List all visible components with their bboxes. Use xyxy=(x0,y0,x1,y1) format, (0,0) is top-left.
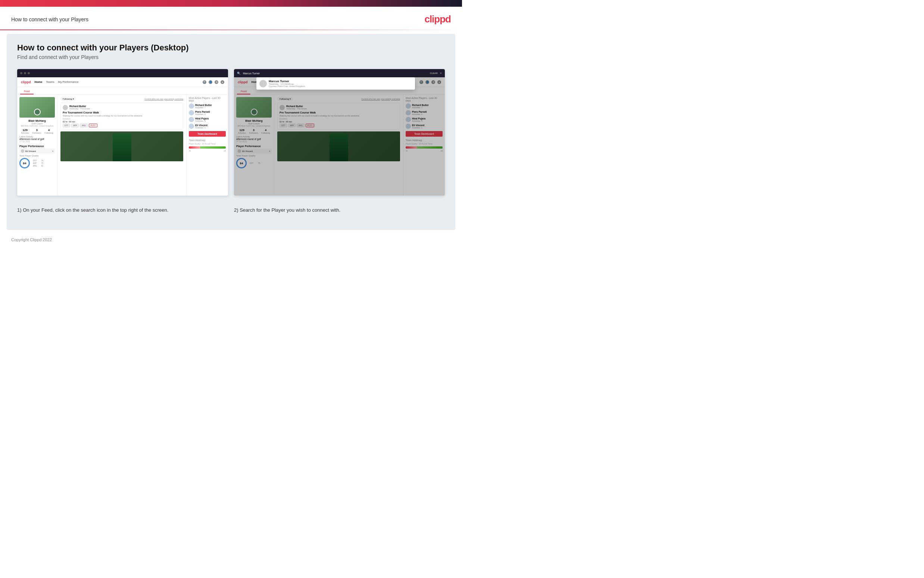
search-dropdown: Marcus Turner Yesterday · 1-5 Handicap C… xyxy=(256,77,415,89)
settings-icon[interactable]: ⚙ xyxy=(215,80,218,84)
player-info-2: Piers Parnell Activities: 4 xyxy=(195,110,210,115)
player-name-3: Hiral Pujara xyxy=(195,117,209,120)
heatmap-pos-bar xyxy=(200,146,226,149)
search-result-item[interactable]: Marcus Turner Yesterday · 1-5 Handicap C… xyxy=(259,80,412,88)
search-result-name: Marcus Turner xyxy=(269,80,305,83)
following-button[interactable]: Following ▾ xyxy=(60,97,76,101)
main-heading: How to connect with your Players (Deskto… xyxy=(17,43,445,53)
activities-value: 129 xyxy=(21,128,29,132)
activity-image xyxy=(60,132,183,161)
bar-arg: ARG 61 xyxy=(33,165,43,167)
quality-display: 84 OTT 79 APP xyxy=(19,158,55,169)
activity-tags: OTT APP ARG PUTT xyxy=(63,123,181,127)
copyright-text: Copyright Clippd 2022 xyxy=(11,237,52,242)
step-1-desc: 1) On your Feed, click on the search ico… xyxy=(17,207,228,214)
app-logo-1: clippd xyxy=(21,80,31,84)
avatar-icon[interactable]: ● xyxy=(220,80,224,84)
activity-user-meta: Yesterday - The Grove xyxy=(70,107,90,110)
activity-card: Richard Butler Yesterday - The Grove Pre… xyxy=(60,103,183,130)
player-performance-section: Player Performance Eli Vincent ▾ Total P… xyxy=(19,145,55,169)
main-content: How to connect with your Players (Deskto… xyxy=(7,34,455,230)
page-title: How to connect with your Players xyxy=(11,16,89,23)
player-acts-1: Activities: 7 xyxy=(195,106,212,109)
activities-label: Activities xyxy=(21,132,29,134)
latest-activity: Latest Activity Afternoon round of golf … xyxy=(19,136,55,143)
activity-header: Richard Butler Yesterday - The Grove xyxy=(63,105,181,110)
team-dashboard-button[interactable]: Team Dashboard xyxy=(189,131,226,136)
following-row: Following ▾ Control who can see your act… xyxy=(60,97,183,101)
top-bar xyxy=(0,0,462,7)
step-descriptions: 1) On your Feed, click on the search ico… xyxy=(17,203,445,214)
screenshot-2: 🔍 Marcus Turner CLEAR × Marcus Turner Ye… xyxy=(234,69,445,196)
player-name-1: Richard Butler xyxy=(195,104,212,106)
app-content-1: Blair McHarg Golf Coach Mill Ride Golf C… xyxy=(17,95,228,196)
logo: clippd xyxy=(424,13,451,25)
nav-home[interactable]: Home xyxy=(35,80,42,84)
search-magnifier-icon: 🔍 xyxy=(237,72,241,75)
close-button[interactable]: × xyxy=(440,71,442,75)
player-item-4: Eli Vincent Activities: 1 xyxy=(189,123,226,129)
left-panel-1: Blair McHarg Golf Coach Mill Ride Golf C… xyxy=(17,95,57,196)
header-divider xyxy=(0,29,462,30)
team-heatmap-title: Team Heatmap xyxy=(189,139,226,141)
screenshots-row: clippd Home Teams My Performance 🔍 👤 ⚙ ●… xyxy=(17,69,445,196)
player-performance-title: Player Performance xyxy=(19,145,55,148)
player-acts-2: Activities: 4 xyxy=(195,113,210,115)
clear-button[interactable]: CLEAR xyxy=(430,72,438,74)
latest-activity-date: 27 Jul 2022 xyxy=(19,140,55,143)
chevron-down-icon: ▾ xyxy=(52,150,53,153)
duration-label: Duration xyxy=(63,118,71,120)
profile-stats: 129 Activities 3 Followers 4 Following xyxy=(19,128,55,134)
activity-user-info: Richard Butler Yesterday - The Grove xyxy=(70,105,90,110)
player-info-4: Eli Vincent Activities: 1 xyxy=(195,124,207,129)
screenshot-1: clippd Home Teams My Performance 🔍 👤 ⚙ ●… xyxy=(17,69,228,196)
step-1-desc-container: 1) On your Feed, click on the search ico… xyxy=(17,203,228,214)
quality-score: 84 xyxy=(19,158,30,169)
search-result-info: Marcus Turner Yesterday · 1-5 Handicap C… xyxy=(269,80,305,88)
following-value: 4 xyxy=(44,128,53,132)
player-name-2: Piers Parnell xyxy=(195,110,210,113)
right-panel-1: Most Active Players - Last 30 days Richa… xyxy=(186,95,228,196)
stat-activities: 129 Activities xyxy=(21,128,29,134)
browser-dot-2 xyxy=(24,72,26,74)
following-label: Following xyxy=(44,132,53,134)
player-select[interactable]: Eli Vincent ▾ xyxy=(19,149,55,153)
activity-user-avatar xyxy=(63,105,68,110)
activity-desc: Walking the course with my coach to buil… xyxy=(63,115,181,117)
search-bar-container: 🔍 Marcus Turner CLEAR × xyxy=(234,69,445,77)
quality-bars: OTT 79 APP 70 xyxy=(33,159,43,167)
step-2-desc-container: 2) Search for the Player you wish to con… xyxy=(234,203,445,214)
activity-duration-value-row: 02 hr : 00 min xyxy=(63,120,181,123)
tag-putt: PUTT xyxy=(89,123,97,127)
player-name-4: Eli Vincent xyxy=(195,124,207,127)
step-2-desc: 2) Search for the Player you wish to con… xyxy=(234,207,445,214)
player-acts-3: Activities: 3 xyxy=(195,120,209,122)
nav-teams[interactable]: Teams xyxy=(46,80,54,84)
tab-feed[interactable]: Feed xyxy=(20,89,34,94)
browser-dot-3 xyxy=(28,72,30,74)
player-select-avatar xyxy=(21,149,24,153)
team-heatmap-subtitle: Player Quality - 20 Round Trend xyxy=(189,143,226,145)
browser-bar-1 xyxy=(17,69,228,77)
player-item-3: Hiral Pujara Activities: 3 xyxy=(189,117,226,122)
search-icon[interactable]: 🔍 xyxy=(202,80,206,84)
heatmap-left-label: -5 xyxy=(189,150,190,152)
activity-person xyxy=(113,133,131,161)
tab-bar-1: Feed xyxy=(17,87,228,95)
search-input[interactable]: Marcus Turner xyxy=(243,72,428,75)
heatmap-bar xyxy=(189,146,226,149)
main-subheading: Find and connect with your Players xyxy=(17,54,445,60)
active-players-title: Most Active Players - Last 30 days xyxy=(189,97,226,102)
app-nav-1: clippd Home Teams My Performance 🔍 👤 ⚙ ● xyxy=(17,77,228,87)
total-quality-label: Total Player Quality xyxy=(19,154,55,157)
player-info-3: Hiral Pujara Activities: 3 xyxy=(195,117,209,122)
nav-icons: 🔍 👤 ⚙ ● xyxy=(202,80,224,84)
followers-label: Followers xyxy=(32,132,41,134)
overlay-tint xyxy=(234,77,445,196)
control-link[interactable]: Control who can see your activity and da… xyxy=(144,98,183,100)
bar-ott: OTT 79 xyxy=(33,159,43,162)
nav-my-performance[interactable]: My Performance xyxy=(58,80,78,84)
activity-user-name: Richard Butler xyxy=(70,105,90,107)
user-icon[interactable]: 👤 xyxy=(209,80,212,84)
player-info-1: Richard Butler Activities: 7 xyxy=(195,104,212,109)
